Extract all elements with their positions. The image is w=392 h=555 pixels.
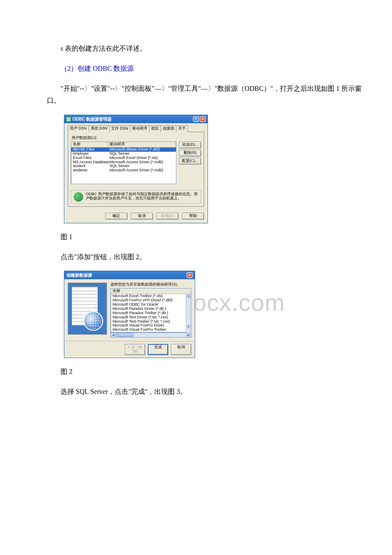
paragraph: s 表的创建方法在此不详述。 <box>47 43 362 55</box>
globe-icon <box>84 311 103 331</box>
column-header-name[interactable]: 名称 <box>71 142 108 147</box>
list-label: 用户数据源(U): <box>72 136 201 140</box>
cell-driver: Microsoft dBase Driver (*.dbf) <box>110 147 174 152</box>
add-button[interactable]: 添加(D)... <box>179 142 201 148</box>
tab-trace[interactable]: 跟踪 <box>149 125 161 132</box>
help-button[interactable]: 帮助 <box>182 213 204 220</box>
cell-name: MS Access Database <box>73 160 110 165</box>
ok-button[interactable]: 确定 <box>105 213 127 220</box>
list-item[interactable]: students Microsoft Access Driver (*.mdb) <box>71 168 176 173</box>
paragraph: "开始"--〉"设置"--〉"控制面板"—〉"管理工具"—〉"数据源（ODBC）… <box>47 83 362 107</box>
list-item[interactable]: student SQL Server <box>71 164 176 168</box>
finish-button[interactable]: 完成 <box>148 344 168 355</box>
tab-system-dsn[interactable]: 系统 DSN <box>89 125 110 132</box>
cell-driver: Microsoft Access Driver (*.mdb) <box>110 160 174 165</box>
vertical-scrollbar[interactable] <box>186 294 191 332</box>
paragraph: 点击"添加"按钮，出现图 2。 <box>47 251 362 263</box>
cell-driver: SQL Server <box>110 164 174 168</box>
create-new-datasource-dialog: 创建新数据源 × 选择您想为其安装数据源的驱动程序(S)。 名称 Microso… <box>64 271 195 358</box>
dsn-list[interactable]: 名称 驱动程序 dBASE Files Microsoft dBase Driv… <box>71 142 176 184</box>
list-item[interactable]: MS Access Database Microsoft Access Driv… <box>71 160 176 165</box>
cell-driver: Microsoft Access Driver (*.mdb) <box>110 168 174 173</box>
paragraph: （2）创建 ODBC 数据源 <box>47 63 362 75</box>
tab-pool[interactable]: 连接池 <box>161 125 176 132</box>
help-button[interactable]: ? <box>193 116 199 122</box>
back-button[interactable]: < 上一步(B) <box>125 344 145 355</box>
cell-name: Excel Files <box>73 156 110 160</box>
list-item[interactable]: employer SQL Server <box>71 152 176 156</box>
list-item[interactable]: dBASE Files Microsoft dBase Driver (*.db… <box>71 147 176 152</box>
cell-name: student <box>73 164 110 168</box>
app-icon <box>66 117 71 122</box>
tab-file-dsn[interactable]: 文件 DSN <box>109 125 130 132</box>
configure-button[interactable]: 配置(C)... <box>179 158 201 165</box>
tab-strip: 用户 DSN 系统 DSN 文件 DSN 驱动程序 跟踪 连接池 关于 <box>68 125 204 132</box>
horizontal-scrollbar[interactable] <box>111 332 191 337</box>
tab-drivers[interactable]: 驱动程序 <box>130 125 150 132</box>
dialog-titlebar: 创建新数据源 × <box>64 271 195 279</box>
cell-name: dBASE Files <box>73 147 110 152</box>
paragraph: 选择 SQL Server，点击"完成"，出现图 3。 <box>47 386 362 398</box>
globe-icon <box>74 192 83 202</box>
close-button[interactable]: × <box>200 116 206 122</box>
cancel-button[interactable]: 取消 <box>131 213 153 220</box>
column-header-driver[interactable]: 驱动程序 <box>108 142 176 147</box>
cell-name: employer <box>73 152 110 156</box>
dialog-title: ODBC 数据源管理器 <box>72 117 112 121</box>
cell-driver: Microsoft Excel Driver (*.xls) <box>110 156 174 160</box>
info-text: ODBC 用户数据源存储了如何与指定数据提供程序连接的信息。用户数据源只对当前用… <box>86 192 198 201</box>
watermark-text: www.bdocx.com <box>0 281 392 324</box>
figure-caption: 图 2 <box>47 366 362 378</box>
dialog-title: 创建新数据源 <box>66 273 92 278</box>
dialog-titlebar: ODBC 数据源管理器 ? × <box>64 115 208 123</box>
cell-name: students <box>73 168 110 173</box>
figure-caption: 图 1 <box>47 231 362 243</box>
list-item[interactable]: Excel Files Microsoft Excel Driver (*.xl… <box>71 156 176 160</box>
tab-user-dsn[interactable]: 用户 DSN <box>68 125 89 132</box>
close-button[interactable]: × <box>187 272 193 278</box>
cell-driver: SQL Server <box>110 152 174 156</box>
column-header-name[interactable]: 名称 <box>111 289 191 294</box>
delete-button[interactable]: 删除(R) <box>179 150 201 156</box>
cancel-button[interactable]: 取消 <box>171 344 191 355</box>
instruction-label: 选择您想为其安装数据源的驱动程序(S)。 <box>110 283 191 287</box>
info-panel: ODBC 用户数据源存储了如何与指定数据提供程序连接的信息。用户数据源只对当前用… <box>71 190 201 204</box>
tab-about[interactable]: 关于 <box>176 125 188 132</box>
apply-button[interactable]: 应用(A) <box>156 213 179 220</box>
wizard-graphic <box>68 283 107 335</box>
driver-list[interactable]: 名称 Microsoft Excel-Treiber (*.xls) Micro… <box>110 288 191 338</box>
odbc-admin-dialog: ODBC 数据源管理器 ? × 用户 DSN 系统 DSN 文件 DSN 驱动程… <box>64 115 208 223</box>
